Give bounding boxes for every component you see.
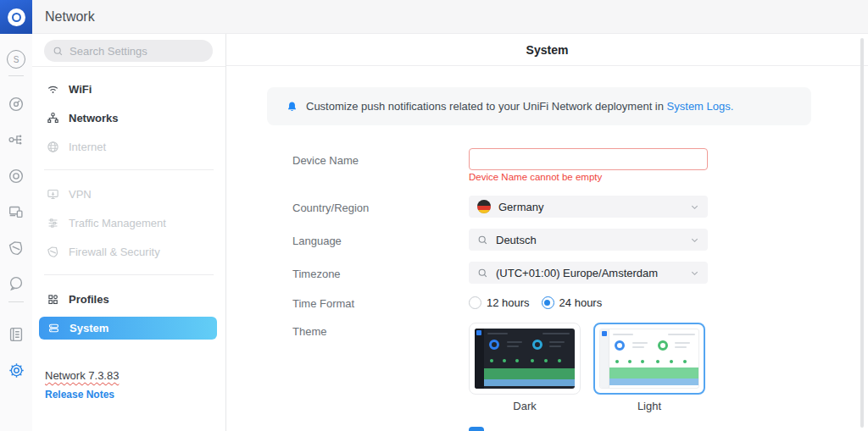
sidebar-item-label: Traffic Management [69, 217, 166, 229]
app-title: Network [45, 9, 95, 25]
theme-label: Theme [292, 325, 326, 338]
topology-button[interactable] [6, 130, 26, 150]
settings-button[interactable] [6, 360, 26, 380]
wifi-icon [45, 81, 60, 97]
devices-ring-icon [7, 167, 25, 185]
sidebar-item-label: Networks [69, 112, 119, 124]
site-s-icon: S [7, 50, 25, 69]
language-label: Language [292, 235, 342, 247]
system-log-button[interactable] [6, 324, 26, 345]
device-name-label: Device Name [292, 154, 359, 167]
search-icon [477, 268, 488, 279]
search-placeholder: Search Settings [70, 45, 147, 58]
divider [44, 169, 214, 170]
logs-icon [7, 325, 25, 344]
notification-banner: Customize push notifications related to … [267, 87, 811, 125]
traffic-management-icon [45, 215, 60, 230]
language-select[interactable]: Deutsch [469, 229, 708, 251]
banner-text: Customize push notifications related to … [306, 100, 733, 113]
sidebar-item-label: WiFi [69, 83, 92, 96]
sidebar-item-profiles[interactable]: Profiles [32, 286, 225, 312]
chevron-down-icon [690, 202, 699, 212]
chat-bubble-icon [7, 274, 25, 293]
device-name-input[interactable] [469, 148, 708, 170]
sidebar-item-traffic-management[interactable]: Traffic Management [32, 210, 225, 235]
country-select[interactable]: Germany [469, 196, 708, 218]
version-text: Network 7.3.83 [45, 369, 119, 382]
system-icon [46, 321, 61, 336]
system-logs-link[interactable]: System Logs. [667, 100, 734, 113]
language-value: Deutsch [496, 234, 537, 246]
page-title: System [526, 43, 569, 57]
sidebar-item-label: System [70, 322, 108, 334]
theme-option-light[interactable] [593, 323, 705, 395]
sidebar-item-internet[interactable]: Internet [32, 134, 225, 159]
client-devices-button[interactable] [6, 202, 26, 222]
divider [44, 274, 214, 275]
sidebar-item-label: Internet [69, 141, 106, 153]
security-button[interactable] [6, 238, 26, 258]
sidebar-item-system[interactable]: System [39, 317, 217, 340]
dashboard-button[interactable] [6, 94, 26, 114]
topology-icon [7, 130, 25, 149]
country-value: Germany [498, 201, 543, 213]
light-theme-preview-image [599, 329, 699, 389]
profiles-icon [45, 291, 60, 307]
settings-sidebar: Search Settings WiFi Networks Internet [32, 34, 226, 431]
firewall-shield-icon [45, 244, 60, 259]
germany-flag-icon [477, 200, 491, 213]
networks-icon [45, 110, 60, 125]
radio-24-hours[interactable]: 24 hours [542, 296, 603, 309]
sidebar-item-firewall-security[interactable]: Firewall & Security [32, 239, 225, 264]
search-icon [477, 235, 488, 246]
sidebar-item-label: VPN [69, 188, 92, 201]
settings-gear-icon [8, 362, 25, 379]
country-label: Country/Region [292, 202, 369, 214]
theme-option-dark[interactable] [469, 323, 581, 395]
dark-theme-caption: Dark [469, 400, 581, 412]
device-name-error: Device Name cannot be empty [469, 172, 602, 182]
bell-icon [286, 100, 298, 113]
sidebar-item-wifi[interactable]: WiFi [32, 76, 225, 102]
sidebar-item-label: Profiles [69, 293, 109, 306]
unifi-logo[interactable] [0, 0, 32, 34]
assistant-button[interactable] [6, 274, 26, 294]
dark-theme-preview-image [475, 329, 575, 389]
globe-icon [45, 139, 60, 154]
vertical-scrollbar[interactable] [860, 38, 864, 428]
time-format-group: 12 hours 24 hours [469, 296, 602, 309]
shield-icon [7, 239, 25, 257]
radio-icon [469, 296, 481, 309]
search-settings-input[interactable]: Search Settings [44, 40, 213, 62]
sidebar-item-networks[interactable]: Networks [32, 105, 225, 130]
rail-divider [8, 301, 24, 302]
main-content: System Customize push notifications rela… [226, 34, 868, 431]
timezone-label: Timezone [292, 268, 341, 280]
radio-12-hours[interactable]: 12 hours [469, 296, 530, 309]
chevron-down-icon [690, 235, 699, 245]
radio-icon [542, 296, 554, 309]
timezone-value: (UTC+01:00) Europe/Amsterdam [496, 267, 658, 279]
unifi-logo-icon [8, 8, 25, 26]
sidebar-item-vpn[interactable]: VPN [32, 181, 225, 207]
time-format-label: Time Format [292, 297, 354, 310]
release-notes-link[interactable]: Release Notes [45, 389, 114, 401]
top-bar: Network [32, 0, 868, 34]
timezone-select[interactable]: (UTC+01:00) Europe/Amsterdam [469, 262, 708, 284]
content-header: System [226, 34, 868, 66]
search-icon [53, 46, 64, 57]
site-button[interactable]: S [6, 49, 26, 69]
vpn-icon [45, 186, 60, 202]
dashboard-icon [7, 95, 25, 113]
sidebar-item-label: Firewall & Security [69, 246, 160, 258]
client-devices-icon [7, 202, 25, 221]
rail-divider [8, 75, 24, 76]
divider [32, 66, 225, 67]
partial-checkbox[interactable] [469, 427, 484, 431]
app-rail: S [0, 0, 32, 431]
light-theme-caption: Light [593, 400, 705, 412]
unifi-devices-button[interactable] [6, 166, 26, 186]
chevron-down-icon [690, 268, 699, 278]
